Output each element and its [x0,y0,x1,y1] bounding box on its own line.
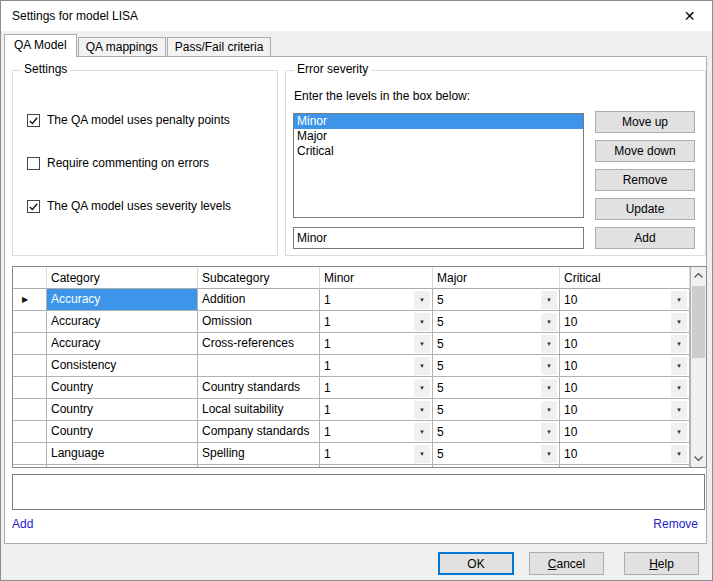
dropdown-button[interactable]: ▼ [671,379,687,397]
row-header-cell[interactable] [13,399,47,421]
dropdown-button[interactable]: ▼ [541,291,557,309]
dropdown-button[interactable]: ▼ [671,401,687,419]
row-header-cell[interactable] [13,443,47,465]
cell-major[interactable]: 5▼ [433,311,560,333]
cell-subcategory[interactable]: Omission [198,311,320,333]
cell-category[interactable]: Accuracy [47,289,198,311]
comment-box[interactable] [12,474,705,510]
dropdown-button[interactable]: ▼ [671,335,687,353]
dropdown-button[interactable]: ▼ [541,423,557,441]
cell-critical[interactable]: 10▼ [560,377,690,399]
dropdown-button[interactable]: ▼ [414,335,430,353]
move-up-button[interactable]: Move up [595,111,695,133]
cell-subcategory[interactable] [198,355,320,377]
dropdown-button[interactable]: ▼ [671,423,687,441]
cell-category[interactable]: Accuracy [47,311,198,333]
cell-minor[interactable]: 1▼ [320,421,433,443]
cell-subcategory[interactable]: Cross-references [198,333,320,355]
scrollbar-up-button[interactable] [691,267,706,284]
add-link[interactable]: Add [12,517,33,531]
add-button[interactable]: Add [595,227,695,249]
ok-button[interactable]: OK [438,552,514,575]
cell-category[interactable]: Consistency [47,355,198,377]
cell-major[interactable]: 5▼ [433,355,560,377]
dropdown-button[interactable]: ▼ [414,291,430,309]
checkbox-unchecked[interactable] [27,157,40,170]
cell-category[interactable]: Country [47,377,198,399]
cell-minor[interactable]: 1▼ [320,355,433,377]
cell-minor[interactable]: 1▼ [320,311,433,333]
remove-link[interactable]: Remove [653,517,698,531]
cell-critical[interactable]: 10▼ [560,443,690,465]
dropdown-button[interactable]: ▼ [541,313,557,331]
dropdown-button[interactable]: ▼ [541,445,557,463]
row-header-cell[interactable] [13,333,47,355]
cell-critical[interactable]: 10▼ [560,289,690,311]
dropdown-button[interactable]: ▼ [414,379,430,397]
cell-category[interactable]: Accuracy [47,333,198,355]
dropdown-button[interactable]: ▼ [671,445,687,463]
dropdown-button[interactable]: ▼ [414,423,430,441]
column-header-subcategory[interactable]: Subcategory [198,267,320,289]
cell-critical[interactable]: 10▼ [560,311,690,333]
cell-minor[interactable]: 1▼ [320,399,433,421]
tab-pass-fail-criteria[interactable]: Pass/Fail criteria [167,37,272,56]
dropdown-button[interactable]: ▼ [671,357,687,375]
row-header-cell[interactable] [13,355,47,377]
cell-subcategory[interactable]: Country standards [198,377,320,399]
column-header-minor[interactable]: Minor [320,267,433,289]
cell-critical[interactable]: 10▼ [560,355,690,377]
cell-major[interactable]: 5▼ [433,421,560,443]
cell-minor[interactable]: 1▼ [320,289,433,311]
cell-major[interactable]: 5▼ [433,289,560,311]
cell-minor[interactable]: 1▼ [320,333,433,355]
cell-minor[interactable]: 1▼ [320,377,433,399]
row-header-cell[interactable] [13,421,47,443]
remove-button[interactable]: Remove [595,169,695,191]
list-item-critical[interactable]: Critical [294,144,583,159]
column-header-critical[interactable]: Critical [560,267,690,289]
cell-critical[interactable]: 10▼ [560,421,690,443]
dropdown-button[interactable]: ▼ [414,401,430,419]
list-item-minor[interactable]: Minor [294,114,583,129]
cell-category[interactable]: Country [47,399,198,421]
column-header-category[interactable]: Category [47,267,198,289]
row-header-cell[interactable] [13,377,47,399]
checkbox-checked[interactable] [27,114,40,127]
dropdown-button[interactable]: ▼ [541,401,557,419]
close-button[interactable]: ✕ [667,1,712,31]
level-input[interactable] [293,227,584,249]
column-header-major[interactable]: Major [433,267,560,289]
cell-major[interactable]: 5▼ [433,377,560,399]
checkbox-checked[interactable] [27,200,40,213]
move-down-button[interactable]: Move down [595,140,695,162]
grid-scrollbar[interactable] [690,267,706,467]
dropdown-button[interactable]: ▼ [541,335,557,353]
dropdown-button[interactable]: ▼ [671,313,687,331]
update-button[interactable]: Update [595,198,695,220]
cell-category[interactable]: Country [47,421,198,443]
tab-qa-mappings[interactable]: QA mappings [78,37,166,56]
dropdown-button[interactable]: ▼ [671,291,687,309]
cell-major[interactable]: 5▼ [433,443,560,465]
dropdown-button[interactable]: ▼ [414,445,430,463]
help-button[interactable]: Help [624,552,699,575]
list-item-major[interactable]: Major [294,129,583,144]
cancel-button[interactable]: Cancel [529,552,604,575]
cell-minor[interactable]: 1▼ [320,443,433,465]
dropdown-button[interactable]: ▼ [414,313,430,331]
cell-subcategory[interactable]: Company standards [198,421,320,443]
severity-listbox[interactable]: MinorMajorCritical [293,113,584,218]
dropdown-button[interactable]: ▼ [541,379,557,397]
cell-subcategory[interactable]: Addition [198,289,320,311]
cell-major[interactable]: 5▼ [433,399,560,421]
cell-major[interactable]: 5▼ [433,333,560,355]
cell-critical[interactable]: 10▼ [560,399,690,421]
cell-subcategory[interactable]: Local suitability [198,399,320,421]
cell-subcategory[interactable]: Spelling [198,443,320,465]
cell-critical[interactable]: 10▼ [560,333,690,355]
cell-category[interactable]: Language [47,443,198,465]
scrollbar-thumb[interactable] [692,286,705,358]
dropdown-button[interactable]: ▼ [414,357,430,375]
scrollbar-down-button[interactable] [691,450,706,467]
